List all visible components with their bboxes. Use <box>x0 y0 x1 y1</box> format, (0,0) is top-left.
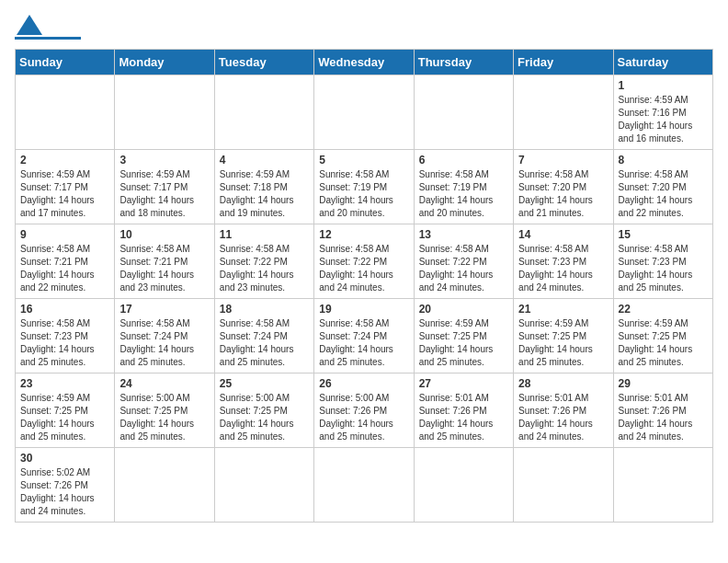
day-cell: 10Sunrise: 4:58 AM Sunset: 7:21 PM Dayli… <box>115 224 214 299</box>
day-number: 16 <box>20 303 109 316</box>
day-cell <box>514 448 613 523</box>
day-cell: 13Sunrise: 4:58 AM Sunset: 7:22 PM Dayli… <box>414 224 513 299</box>
day-number: 12 <box>319 228 408 241</box>
day-number: 20 <box>419 303 508 316</box>
day-number: 3 <box>119 154 209 167</box>
weekday-header-row: SundayMondayTuesdayWednesdayThursdayFrid… <box>16 50 713 75</box>
day-cell <box>514 75 613 150</box>
day-cell: 9Sunrise: 4:58 AM Sunset: 7:21 PM Daylig… <box>16 224 115 299</box>
day-cell: 15Sunrise: 4:58 AM Sunset: 7:23 PM Dayli… <box>613 224 712 299</box>
weekday-header-wednesday: Wednesday <box>314 50 414 75</box>
day-number: 1 <box>619 79 708 92</box>
day-cell: 25Sunrise: 5:00 AM Sunset: 7:25 PM Dayli… <box>214 373 313 448</box>
day-cell: 11Sunrise: 4:58 AM Sunset: 7:22 PM Dayli… <box>214 224 313 299</box>
day-cell: 21Sunrise: 4:59 AM Sunset: 7:25 PM Dayli… <box>514 299 613 373</box>
day-info: Sunrise: 5:01 AM Sunset: 7:26 PM Dayligh… <box>518 392 608 443</box>
day-number: 29 <box>619 377 708 390</box>
calendar-header: SundayMondayTuesdayWednesdayThursdayFrid… <box>16 50 713 75</box>
day-number: 21 <box>518 303 608 316</box>
day-info: Sunrise: 5:01 AM Sunset: 7:26 PM Dayligh… <box>619 392 708 443</box>
day-number: 5 <box>319 154 408 167</box>
day-number: 19 <box>319 303 408 316</box>
weekday-header-thursday: Thursday <box>414 50 513 75</box>
day-cell: 8Sunrise: 4:58 AM Sunset: 7:20 PM Daylig… <box>613 150 712 224</box>
logo-underline <box>15 37 81 40</box>
day-number: 27 <box>419 377 508 390</box>
day-cell <box>613 448 712 523</box>
day-cell <box>115 75 214 150</box>
day-cell: 14Sunrise: 4:58 AM Sunset: 7:23 PM Dayli… <box>514 224 613 299</box>
day-number: 9 <box>20 228 109 241</box>
day-cell <box>414 75 513 150</box>
day-cell <box>214 75 313 150</box>
day-number: 17 <box>119 303 209 316</box>
day-info: Sunrise: 4:59 AM Sunset: 7:25 PM Dayligh… <box>619 317 708 369</box>
day-cell: 17Sunrise: 4:58 AM Sunset: 7:24 PM Dayli… <box>115 299 214 373</box>
day-cell: 16Sunrise: 4:58 AM Sunset: 7:23 PM Dayli… <box>16 299 115 373</box>
day-cell: 22Sunrise: 4:59 AM Sunset: 7:25 PM Dayli… <box>613 299 712 373</box>
day-cell: 24Sunrise: 5:00 AM Sunset: 7:25 PM Dayli… <box>115 373 214 448</box>
day-info: Sunrise: 4:58 AM Sunset: 7:19 PM Dayligh… <box>319 168 408 220</box>
day-info: Sunrise: 4:58 AM Sunset: 7:21 PM Dayligh… <box>119 243 209 294</box>
day-info: Sunrise: 5:00 AM Sunset: 7:25 PM Dayligh… <box>119 392 209 443</box>
day-cell: 6Sunrise: 4:58 AM Sunset: 7:19 PM Daylig… <box>414 150 513 224</box>
day-info: Sunrise: 4:58 AM Sunset: 7:22 PM Dayligh… <box>319 243 408 294</box>
day-number: 15 <box>619 228 708 241</box>
day-number: 10 <box>119 228 209 241</box>
day-number: 13 <box>419 228 508 241</box>
day-number: 14 <box>518 228 608 241</box>
day-number: 4 <box>220 154 309 167</box>
weekday-header-monday: Monday <box>115 50 214 75</box>
day-info: Sunrise: 4:59 AM Sunset: 7:18 PM Dayligh… <box>220 168 309 220</box>
week-row-0: 1Sunrise: 4:59 AM Sunset: 7:16 PM Daylig… <box>16 75 713 150</box>
day-cell: 7Sunrise: 4:58 AM Sunset: 7:20 PM Daylig… <box>514 150 613 224</box>
day-number: 24 <box>119 377 209 390</box>
day-info: Sunrise: 4:58 AM Sunset: 7:20 PM Dayligh… <box>518 168 608 220</box>
day-cell: 20Sunrise: 4:59 AM Sunset: 7:25 PM Dayli… <box>414 299 513 373</box>
day-cell: 5Sunrise: 4:58 AM Sunset: 7:19 PM Daylig… <box>314 150 414 224</box>
day-cell: 3Sunrise: 4:59 AM Sunset: 7:17 PM Daylig… <box>115 150 214 224</box>
day-info: Sunrise: 4:59 AM Sunset: 7:25 PM Dayligh… <box>419 317 508 369</box>
day-cell: 19Sunrise: 4:58 AM Sunset: 7:24 PM Dayli… <box>314 299 414 373</box>
day-info: Sunrise: 4:58 AM Sunset: 7:23 PM Dayligh… <box>619 243 708 294</box>
day-info: Sunrise: 4:58 AM Sunset: 7:22 PM Dayligh… <box>220 243 309 294</box>
svg-marker-0 <box>17 15 42 35</box>
day-number: 7 <box>518 154 608 167</box>
day-number: 8 <box>619 154 708 167</box>
day-info: Sunrise: 4:58 AM Sunset: 7:24 PM Dayligh… <box>220 317 309 369</box>
day-info: Sunrise: 5:00 AM Sunset: 7:25 PM Dayligh… <box>220 392 309 443</box>
week-row-3: 16Sunrise: 4:58 AM Sunset: 7:23 PM Dayli… <box>16 299 713 373</box>
day-info: Sunrise: 4:58 AM Sunset: 7:23 PM Dayligh… <box>20 317 109 369</box>
day-cell: 23Sunrise: 4:59 AM Sunset: 7:25 PM Dayli… <box>16 373 115 448</box>
weekday-header-tuesday: Tuesday <box>214 50 313 75</box>
day-info: Sunrise: 5:00 AM Sunset: 7:26 PM Dayligh… <box>319 392 408 443</box>
day-number: 6 <box>419 154 508 167</box>
calendar-table: SundayMondayTuesdayWednesdayThursdayFrid… <box>15 49 713 523</box>
logo <box>15 15 81 40</box>
day-info: Sunrise: 5:02 AM Sunset: 7:26 PM Dayligh… <box>20 466 109 518</box>
day-info: Sunrise: 4:58 AM Sunset: 7:24 PM Dayligh… <box>319 317 408 369</box>
day-info: Sunrise: 4:58 AM Sunset: 7:21 PM Dayligh… <box>20 243 109 294</box>
weekday-header-saturday: Saturday <box>613 50 712 75</box>
weekday-header-sunday: Sunday <box>16 50 115 75</box>
day-info: Sunrise: 4:58 AM Sunset: 7:20 PM Dayligh… <box>619 168 708 220</box>
day-cell: 4Sunrise: 4:59 AM Sunset: 7:18 PM Daylig… <box>214 150 313 224</box>
day-info: Sunrise: 4:58 AM Sunset: 7:24 PM Dayligh… <box>119 317 209 369</box>
day-cell: 18Sunrise: 4:58 AM Sunset: 7:24 PM Dayli… <box>214 299 313 373</box>
calendar-body: 1Sunrise: 4:59 AM Sunset: 7:16 PM Daylig… <box>16 75 713 523</box>
day-info: Sunrise: 4:59 AM Sunset: 7:17 PM Dayligh… <box>119 168 209 220</box>
day-info: Sunrise: 4:59 AM Sunset: 7:25 PM Dayligh… <box>518 317 608 369</box>
day-cell <box>314 448 414 523</box>
day-cell: 2Sunrise: 4:59 AM Sunset: 7:17 PM Daylig… <box>16 150 115 224</box>
day-number: 28 <box>518 377 608 390</box>
day-cell <box>115 448 214 523</box>
day-info: Sunrise: 4:58 AM Sunset: 7:19 PM Dayligh… <box>419 168 508 220</box>
day-number: 18 <box>220 303 309 316</box>
day-cell <box>414 448 513 523</box>
day-cell: 12Sunrise: 4:58 AM Sunset: 7:22 PM Dayli… <box>314 224 414 299</box>
day-info: Sunrise: 4:58 AM Sunset: 7:22 PM Dayligh… <box>419 243 508 294</box>
day-cell: 1Sunrise: 4:59 AM Sunset: 7:16 PM Daylig… <box>613 75 712 150</box>
weekday-header-friday: Friday <box>514 50 613 75</box>
week-row-5: 30Sunrise: 5:02 AM Sunset: 7:26 PM Dayli… <box>16 448 713 523</box>
day-cell <box>314 75 414 150</box>
